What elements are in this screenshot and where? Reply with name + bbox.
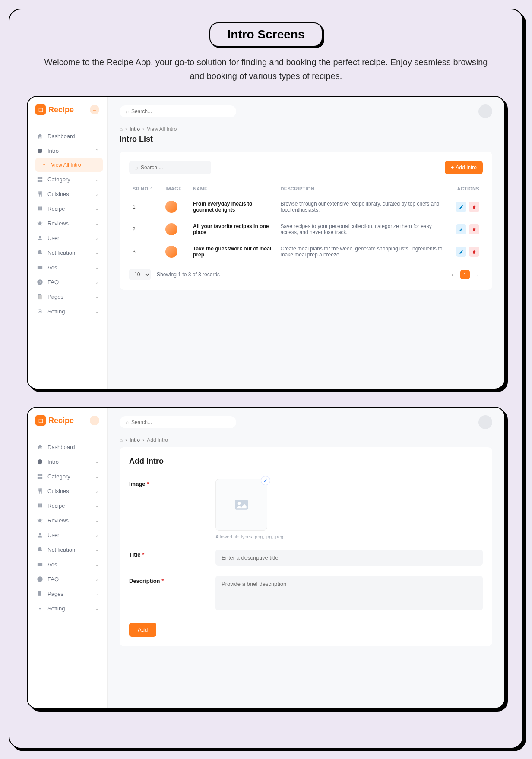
form-card: Add Intro Image * Allowed file types: pn… bbox=[120, 447, 492, 646]
perpage-select[interactable]: 10 bbox=[129, 269, 151, 280]
nav-view-all-intro[interactable]: View All Intro bbox=[35, 158, 103, 172]
nav-reviews[interactable]: Reviews⌄ bbox=[32, 513, 103, 528]
next-page[interactable]: › bbox=[473, 270, 483, 279]
nav-ads[interactable]: Ads⌄ bbox=[32, 260, 103, 275]
nav-pages[interactable]: Pages⌄ bbox=[32, 586, 103, 601]
user-icon bbox=[36, 234, 43, 241]
nav-cuisines[interactable]: Cuisines⌄ bbox=[32, 484, 103, 498]
nav-category[interactable]: Category⌄ bbox=[32, 469, 103, 484]
svg-rect-1 bbox=[37, 177, 39, 179]
star-icon bbox=[36, 220, 43, 227]
nav-recipe[interactable]: Recipe⌄ bbox=[32, 498, 103, 513]
nav-ads[interactable]: Ads⌄ bbox=[32, 557, 103, 572]
nav-user[interactable]: User⌄ bbox=[32, 231, 103, 245]
logo-text: Recipe bbox=[48, 416, 74, 425]
home-icon[interactable]: ⌂ bbox=[120, 126, 123, 132]
table-row: 3 Take the guesswork out of meal prep Cr… bbox=[129, 240, 483, 263]
nav-intro[interactable]: Intro⌃ bbox=[32, 143, 103, 158]
edit-button[interactable] bbox=[456, 247, 466, 257]
chevron-down-icon: ⌄ bbox=[95, 518, 98, 523]
collapse-sidebar-icon[interactable]: ← bbox=[90, 416, 99, 425]
nav-category[interactable]: Category⌄ bbox=[32, 172, 103, 187]
logo[interactable]: ◫ Recipe ← bbox=[32, 104, 103, 120]
nav-label: Pages bbox=[48, 294, 63, 300]
required-mark: * bbox=[147, 481, 149, 487]
edit-icon[interactable] bbox=[261, 476, 270, 485]
sidebar: ◫ Recipe ← Dashboard Intro⌃ View All Int… bbox=[28, 97, 108, 389]
svg-point-11 bbox=[39, 310, 41, 312]
chevron-down-icon: ⌄ bbox=[95, 309, 98, 314]
svg-point-12 bbox=[37, 459, 42, 464]
nav-label: Category bbox=[48, 176, 70, 183]
search-bar[interactable]: ⌕ bbox=[120, 416, 236, 428]
nav-dashboard[interactable]: Dashboard bbox=[32, 440, 103, 454]
pages-icon bbox=[36, 293, 43, 300]
add-intro-button[interactable]: + Add Intro bbox=[445, 161, 483, 174]
gear-icon bbox=[36, 308, 43, 315]
col-name: NAME bbox=[190, 182, 277, 196]
svg-point-19 bbox=[37, 576, 43, 582]
cell-name: From everyday meals to gourmet delights bbox=[190, 196, 277, 218]
nav-recipe[interactable]: Recipe⌄ bbox=[32, 201, 103, 216]
page-title: Intro List bbox=[120, 135, 492, 144]
title-input[interactable] bbox=[215, 550, 483, 566]
submit-button[interactable]: Add bbox=[129, 623, 156, 637]
table-search-input[interactable] bbox=[141, 164, 205, 171]
cell-sr: 3 bbox=[129, 240, 162, 263]
search-bar[interactable]: ⌕ bbox=[120, 105, 236, 117]
button-label: Add Intro bbox=[456, 164, 477, 171]
svg-rect-3 bbox=[37, 180, 39, 182]
delete-button[interactable] bbox=[469, 247, 479, 257]
breadcrumb-intro[interactable]: Intro bbox=[130, 126, 140, 132]
nav-intro[interactable]: Intro⌄ bbox=[32, 454, 103, 469]
collapse-sidebar-icon[interactable]: ← bbox=[90, 105, 99, 114]
prev-page[interactable]: ‹ bbox=[447, 270, 457, 279]
nav-label: Dashboard bbox=[48, 444, 75, 450]
edit-button[interactable] bbox=[456, 224, 466, 234]
delete-button[interactable] bbox=[469, 202, 479, 212]
nav-label: Dashboard bbox=[48, 133, 75, 139]
image-upload[interactable] bbox=[215, 479, 267, 531]
logo[interactable]: ◫ Recipe ← bbox=[32, 415, 103, 431]
avatar[interactable] bbox=[478, 104, 492, 118]
chevron-down-icon: ⌄ bbox=[95, 562, 98, 567]
col-actions: ACTIONS bbox=[447, 182, 483, 196]
breadcrumb: ⌂ › Intro › View All Intro bbox=[120, 126, 492, 132]
label-image: Image * bbox=[129, 479, 215, 539]
nav-notification[interactable]: Notification⌄ bbox=[32, 245, 103, 260]
nav-setting[interactable]: Setting⌄ bbox=[32, 601, 103, 616]
delete-button[interactable] bbox=[469, 224, 479, 234]
nav-user[interactable]: User⌄ bbox=[32, 528, 103, 542]
home-icon[interactable]: ⌂ bbox=[120, 437, 123, 443]
avatar[interactable] bbox=[478, 415, 492, 429]
edit-button[interactable] bbox=[456, 202, 466, 212]
cell-image bbox=[162, 196, 190, 218]
breadcrumb-intro[interactable]: Intro bbox=[130, 437, 140, 443]
chevron-down-icon: ⌄ bbox=[95, 192, 98, 196]
page-container: Intro Screens Welcome to the Recipe App,… bbox=[9, 9, 523, 749]
search-input[interactable] bbox=[131, 419, 230, 425]
col-srno[interactable]: SR.NO ⌃ bbox=[129, 182, 162, 196]
nav-pages[interactable]: Pages⌄ bbox=[32, 289, 103, 304]
chevron-down-icon: ⌄ bbox=[95, 606, 98, 611]
chevron-down-icon: ⌄ bbox=[95, 591, 98, 596]
nav-setting[interactable]: Setting⌄ bbox=[32, 304, 103, 319]
chevron-down-icon: ⌄ bbox=[95, 503, 98, 508]
table-footer: 10 Showing 1 to 3 of 3 records ‹ 1 › bbox=[129, 269, 483, 280]
page-number[interactable]: 1 bbox=[460, 270, 470, 279]
nav-notification[interactable]: Notification⌄ bbox=[32, 542, 103, 557]
chevron-right-icon: › bbox=[142, 126, 144, 132]
description-input[interactable] bbox=[215, 576, 483, 610]
row-thumbnail bbox=[165, 201, 177, 213]
nav-reviews[interactable]: Reviews⌄ bbox=[32, 216, 103, 231]
svg-rect-10 bbox=[38, 295, 42, 299]
nav-faq[interactable]: FAQ⌄ bbox=[32, 572, 103, 586]
nav-dashboard[interactable]: Dashboard bbox=[32, 129, 103, 143]
nav-cuisines[interactable]: Cuisines⌄ bbox=[32, 187, 103, 201]
nav-faq[interactable]: ?FAQ⌄ bbox=[32, 275, 103, 289]
svg-point-21 bbox=[39, 607, 41, 609]
search-input[interactable] bbox=[131, 108, 230, 114]
svg-rect-15 bbox=[37, 477, 39, 479]
logo-icon: ◫ bbox=[35, 104, 46, 115]
table-search[interactable]: ⌕ bbox=[129, 161, 211, 174]
